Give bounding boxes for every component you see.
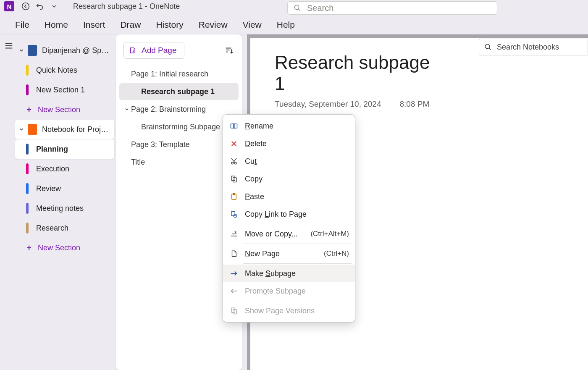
page-item[interactable]: Page 3: Template: [119, 136, 239, 153]
section-label: Quick Notes: [36, 66, 110, 75]
svg-rect-11: [231, 211, 235, 216]
context-menu-item-label: Cut: [245, 157, 349, 166]
context-menu-item-label: Copy Link to Page: [245, 210, 349, 219]
page-title[interactable]: Research subpage 1: [275, 52, 443, 94]
section-label: New Section 1: [36, 86, 110, 94]
context-menu-item-label: Move or Copy...: [245, 230, 308, 239]
context-menu-item-label: New Page: [245, 249, 321, 258]
page-item[interactable]: Title: [119, 154, 239, 171]
section-color: [26, 65, 29, 76]
page-item[interactable]: Brainstorming Subpage 1: [119, 118, 239, 135]
page-item-label: Research subpage 1: [131, 87, 215, 96]
menu-history[interactable]: History: [148, 16, 191, 34]
svg-rect-10: [233, 194, 235, 195]
notebook-search-input[interactable]: Search Notebooks: [479, 39, 588, 55]
context-menu-item-label: Paste: [245, 192, 349, 201]
add-page-label: Add Page: [142, 46, 176, 55]
titlebar: N Research subpage 1 - OneNote Search: [0, 0, 588, 13]
context-menu-item-paste[interactable]: Paste: [223, 188, 355, 205]
new-section-button[interactable]: + New Section: [15, 238, 114, 257]
context-menu-item-cut[interactable]: Cut: [223, 152, 355, 170]
page-item-label: Brainstorming Subpage 1: [131, 123, 226, 131]
menu-draw[interactable]: Draw: [113, 16, 148, 34]
add-page-button[interactable]: Add Page: [123, 42, 184, 59]
section-item-planning[interactable]: Planning: [15, 139, 114, 159]
page-date: Tuesday, September 10, 2024: [275, 100, 381, 109]
menu-file[interactable]: File: [8, 16, 37, 34]
section-item-meeting-notes[interactable]: Meeting notes: [15, 199, 114, 218]
page-item[interactable]: Page 2: Brainstorming: [119, 101, 239, 118]
section-item-research[interactable]: Research: [15, 218, 114, 238]
menu-help[interactable]: Help: [269, 16, 302, 34]
context-menu-item-promote-subpage: Promote Subpage: [223, 282, 355, 300]
copy-icon: [229, 175, 239, 183]
section-label: Planning: [36, 145, 110, 154]
context-menu: RenameDeleteCutCopyPasteCopy Link to Pag…: [223, 114, 355, 323]
delete-icon: [229, 140, 239, 147]
context-menu-item-copy-link-to-page[interactable]: Copy Link to Page: [223, 205, 355, 223]
section-item-new-section-1[interactable]: New Section 1: [15, 80, 114, 100]
section-item-quick-notes[interactable]: Quick Notes: [15, 60, 114, 80]
svg-point-1: [294, 5, 299, 10]
menu-review[interactable]: Review: [191, 16, 235, 34]
paste-icon: [229, 193, 239, 200]
notebook-label: Notebook for Project A: [42, 125, 110, 134]
page-item-label: Page 3: Template: [131, 140, 190, 149]
notebook-item[interactable]: Notebook for Project A: [15, 120, 114, 139]
svg-rect-4: [234, 124, 237, 128]
keyboard-shortcut: (Ctrl+Alt+M): [310, 230, 349, 238]
menu-home[interactable]: Home: [37, 16, 76, 34]
page-item[interactable]: Research subpage 1: [119, 83, 239, 100]
notebook-item[interactable]: Dipanjenah @ Spiral...: [15, 41, 114, 60]
context-menu-item-label: Copy: [245, 175, 349, 184]
context-menu-item-new-page[interactable]: New Page(Ctrl+N): [223, 245, 355, 262]
section-label: Review: [36, 184, 110, 193]
new-section-button[interactable]: + New Section: [15, 100, 114, 119]
notebook-color-swatch: [28, 124, 37, 135]
context-menu-item-rename[interactable]: Rename: [223, 117, 355, 135]
context-menu-separator: [243, 263, 352, 264]
context-menu-item-label: Show Page Versions: [245, 307, 349, 315]
context-menu-item-label: Rename: [245, 122, 349, 131]
page-item-label: Page 2: Brainstorming: [131, 105, 206, 114]
context-menu-separator: [243, 224, 352, 224]
section-item-review[interactable]: Review: [15, 179, 114, 198]
context-menu-item-show-page-versions: Show Page Versions: [223, 302, 355, 320]
context-menu-separator: [243, 301, 352, 301]
notebook-search-placeholder: Search Notebooks: [497, 43, 559, 52]
plus-icon: +: [25, 105, 33, 115]
context-menu-item-move-or-copy-[interactable]: Move or Copy...(Ctrl+Alt+M): [223, 225, 355, 243]
chevron-down-icon[interactable]: [47, 0, 61, 13]
context-menu-separator: [243, 244, 352, 244]
page-item-label: Page 1: Initial research: [131, 70, 208, 79]
page-item-label: Title: [131, 158, 145, 167]
cut-icon: [229, 157, 239, 165]
menu-insert[interactable]: Insert: [76, 16, 113, 34]
title-rule: [275, 96, 443, 96]
menubar: File Home Insert Draw History Review Vie…: [0, 13, 588, 34]
new-section-label: New Section: [38, 244, 110, 252]
copy-link-icon: [229, 210, 239, 218]
chevron-down-icon[interactable]: [123, 107, 130, 112]
section-color: [26, 144, 29, 155]
context-menu-item-label: Delete: [245, 139, 349, 148]
section-color: [26, 183, 29, 194]
context-menu-item-delete[interactable]: Delete: [223, 135, 355, 152]
section-color: [26, 203, 29, 214]
hamburger-icon[interactable]: [4, 41, 13, 50]
page-item[interactable]: Page 1: Initial research: [119, 66, 239, 82]
back-button[interactable]: [18, 0, 33, 13]
notebook-sidebar: Dipanjenah @ Spiral... Quick Notes New S…: [13, 34, 116, 370]
section-item-execution[interactable]: Execution: [15, 159, 114, 178]
sort-icon[interactable]: [224, 46, 234, 55]
rename-icon: [229, 122, 239, 130]
move-icon: [229, 230, 239, 238]
undo-button[interactable]: [33, 0, 47, 13]
context-menu-item-make-subpage[interactable]: Make Subpage: [223, 265, 355, 282]
keyboard-shortcut: (Ctrl+N): [324, 249, 349, 258]
global-search-input[interactable]: Search: [287, 1, 497, 15]
context-menu-item-copy[interactable]: Copy: [223, 170, 355, 188]
section-color: [26, 163, 29, 174]
menu-view[interactable]: View: [235, 16, 269, 34]
app-icon: N: [4, 1, 14, 11]
